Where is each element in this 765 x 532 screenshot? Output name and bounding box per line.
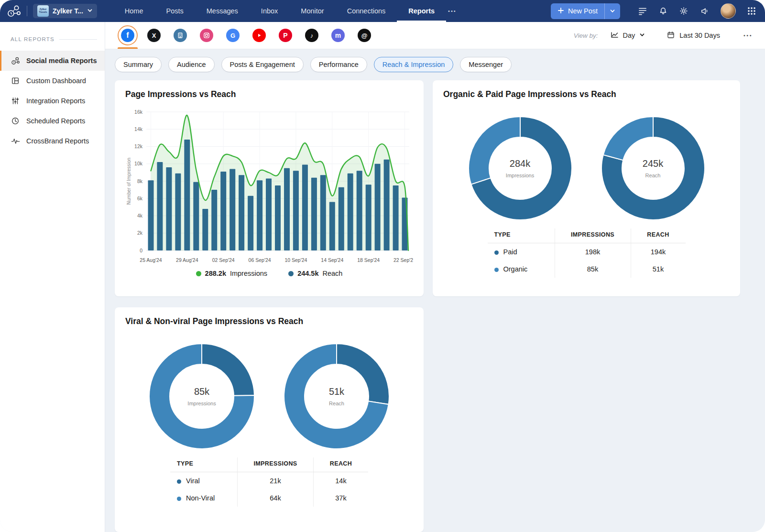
type-cell: Viral [170, 472, 238, 490]
card-viral-nonviral: Viral & Non-viral Page Impressions vs Re… [115, 307, 424, 532]
sidebar-item-label: Scheduled Reports [26, 117, 85, 125]
channel-google-icon[interactable]: G [222, 22, 244, 49]
new-post-dropdown[interactable] [604, 3, 620, 19]
channel-facebook-icon[interactable]: f [117, 22, 139, 49]
y-axis-label: Number of Impression [126, 158, 131, 205]
column-header-reach: REACH [631, 228, 686, 243]
stat-table: TYPEIMPRESSIONSREACHViral21k14kNon-Viral… [170, 457, 368, 507]
donut-slice-organic [603, 117, 653, 160]
y-tick-label: 10k [134, 161, 143, 166]
nav-item-home[interactable]: Home [113, 0, 155, 22]
ring: @ [354, 25, 374, 45]
tab-reach-impression[interactable]: Reach & Impression [374, 57, 454, 72]
reach-bar [320, 175, 326, 250]
y-tick-label: 14k [134, 126, 143, 132]
sidebar-items: Social media ReportsCustom DashboardInte… [0, 51, 105, 151]
nav-item-monitor[interactable]: Monitor [289, 0, 335, 22]
nav-item-posts[interactable]: Posts [155, 0, 195, 22]
reach-bar [220, 172, 226, 250]
tab-messenger[interactable]: Messenger [460, 57, 512, 72]
view-controls: View by: Day Last 30 Days ••• [574, 22, 765, 49]
type-label: Viral [186, 477, 200, 485]
reach-bar [329, 202, 335, 251]
tab-summary[interactable]: Summary [115, 57, 162, 72]
view-by-label: View by: [574, 32, 598, 39]
legend-item-impressions: 288.2kImpressions [196, 270, 268, 277]
series-dot [494, 250, 499, 255]
nav-more-menu[interactable]: ••• [446, 8, 459, 14]
pinterest-logo: P [279, 29, 292, 42]
nav-item-reports[interactable]: Reports [397, 0, 446, 22]
report-content: SummaryAudiencePosts & EngagementPerform… [105, 49, 765, 532]
donut-reach: 245kReach [601, 116, 706, 221]
navbar-right: New Post [551, 3, 756, 19]
megaphone-icon[interactable] [699, 6, 710, 16]
legend-label: Impressions [230, 270, 267, 277]
stat-table-wrap: TYPEIMPRESSIONSREACHPaid198k194kOrganic8… [443, 228, 730, 278]
reach-bar [230, 169, 235, 250]
channel-threads-icon[interactable]: @ [353, 22, 375, 49]
tiktok-logo: ♪ [305, 29, 318, 42]
tab-performance[interactable]: Performance [310, 57, 367, 72]
sidebar-item-scheduled-reports[interactable]: Scheduled Reports [0, 111, 105, 131]
reach-bar [248, 196, 253, 250]
avatar[interactable] [721, 3, 736, 19]
impressions-cell: 85k [555, 261, 631, 278]
tab-posts-engagement[interactable]: Posts & Engagement [221, 57, 304, 72]
date-range-picker[interactable]: Last 30 Days [656, 22, 731, 49]
sidebar-item-integration-reports[interactable]: Integration Reports [0, 91, 105, 111]
series-dot [177, 497, 181, 501]
y-tick-label: 12k [134, 143, 143, 149]
card-organic-paid: Organic & Paid Page Impressions vs Reach… [433, 80, 740, 296]
sidebar-item-custom-dashboard[interactable]: Custom Dashboard [0, 71, 105, 91]
channel-mastodon-icon[interactable]: m [327, 22, 349, 49]
channel-youtube-icon[interactable] [248, 22, 270, 49]
column-header-reach: REACH [314, 457, 369, 472]
reach-bar [339, 187, 344, 250]
sidebar-item-social-media-reports[interactable]: Social media Reports [0, 51, 105, 71]
navbar-left: Zylker Travels Zylker T... [7, 4, 97, 18]
channel-instagram-icon[interactable] [196, 22, 218, 49]
reach-bar [166, 167, 172, 250]
sidebar-item-crossbrand-reports[interactable]: CrossBrand Reports [0, 131, 105, 151]
channel-x-icon[interactable]: X [143, 22, 165, 49]
channel-linkedin-company-icon[interactable] [169, 22, 191, 49]
channel-tiktok-icon[interactable]: ♪ [301, 22, 323, 49]
sidebar-section-label: ALL REPORTS [11, 36, 55, 42]
brand-selector[interactable]: Zylker Travels Zylker T... [33, 4, 97, 18]
nav-item-connections[interactable]: Connections [336, 0, 397, 22]
reach-bar [366, 185, 372, 250]
bell-icon[interactable] [658, 6, 668, 16]
gear-icon[interactable] [679, 6, 688, 16]
x-tick-label: 14 Sep'24 [321, 257, 343, 263]
list-icon[interactable] [638, 6, 647, 16]
nav-item-messages[interactable]: Messages [195, 0, 250, 22]
sidebar-item-label: Social media Reports [26, 57, 97, 65]
column-header-impressions: IMPRESSIONS [555, 228, 631, 243]
nav-item-inbox[interactable]: Inbox [250, 0, 289, 22]
x-tick-label: 25 Aug'24 [140, 257, 162, 263]
y-tick-label: 8k [137, 178, 143, 184]
chevron-down-icon [639, 32, 645, 39]
linkedin-company-logo [174, 29, 187, 42]
apps-grid-icon[interactable] [747, 6, 756, 16]
y-tick-label: 4k [137, 213, 143, 218]
card-title: Organic & Paid Page Impressions vs Reach [443, 89, 730, 99]
reach-bar [257, 180, 262, 250]
reach-bar [148, 180, 154, 250]
chart-legend: 288.2kImpressions244.5kReach [125, 270, 413, 277]
donut-pair: 284kImpressions245kReach [443, 116, 730, 221]
x-tick-label: 22 Sep'24 [393, 257, 413, 263]
new-post-button[interactable]: New Post [551, 3, 604, 19]
ring [249, 25, 269, 45]
navbar-divider [27, 6, 27, 16]
column-header-impressions: IMPRESSIONS [238, 457, 314, 472]
sidebar-item-label: CrossBrand Reports [26, 137, 89, 145]
view-mode-dropdown[interactable]: Day [600, 22, 656, 49]
zoho-social-logo-icon[interactable] [7, 5, 21, 18]
tab-audience[interactable]: Audience [168, 57, 214, 72]
legend-value: 288.2k [205, 270, 226, 277]
divider [59, 39, 97, 40]
channel-pinterest-icon[interactable]: P [274, 22, 296, 49]
channel-more-menu[interactable]: ••• [731, 22, 765, 49]
